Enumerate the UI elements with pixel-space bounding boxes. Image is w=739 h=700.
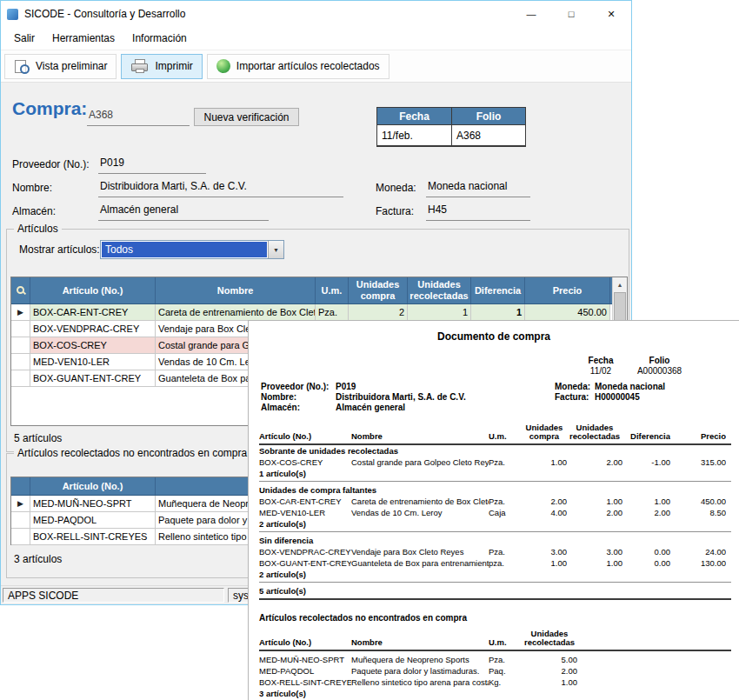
proveedor-input[interactable]: P019 (98, 156, 206, 174)
rh-um: U.m. (489, 432, 522, 441)
dropdown-selected-value[interactable]: Todos (102, 242, 267, 257)
scroll-up-button[interactable]: ▲ (613, 277, 627, 292)
rr-nombre: Costal grande para Golpeo Cleto Reyes (351, 457, 489, 468)
rr-compra: 1.00 (522, 457, 567, 468)
row-selector[interactable] (11, 370, 30, 387)
dropdown-button[interactable]: ▼ (268, 241, 283, 258)
statusbar-app-panel: APPS SICODE (3, 588, 224, 603)
rr-articulo: MED-VEN10-LER (259, 507, 351, 518)
proveedor-label: Proveedor (No.): (12, 158, 90, 170)
articulos-legend: Artículos (14, 223, 62, 235)
factura-input[interactable]: H45 (426, 203, 530, 221)
mostrar-articulos-dropdown[interactable]: Todos ▼ (100, 240, 284, 259)
almacen-input[interactable]: Almacén general (98, 203, 269, 221)
header-precio[interactable]: Precio (525, 277, 610, 303)
row-selector[interactable] (11, 354, 30, 370)
rr-nombre: Paquete para dolor y lastimaduras. (351, 665, 489, 677)
header-um[interactable]: U.m. (316, 277, 349, 303)
report-section-title: Unidades de compra faltantes (259, 484, 731, 496)
cell-um[interactable]: Pza. (316, 304, 349, 321)
vista-preliminar-button[interactable]: Vista preliminar (4, 54, 117, 79)
titlebar[interactable]: SICODE - Consultoría y Desarrollo — □ ✕ (1, 1, 631, 27)
row-selector[interactable]: ▶ (11, 496, 30, 512)
header-nombre[interactable]: Nombre (156, 277, 316, 303)
cell-articulo[interactable]: BOX-GUANT-ENT-CREY (30, 370, 156, 387)
row-selector[interactable] (11, 529, 30, 545)
rr-um: Paq. (489, 665, 522, 677)
report-almacen-value: Almacén general (336, 403, 405, 413)
cell-nombre[interactable]: Careta de entrenamiento de Box Cleto (156, 304, 316, 321)
cell-articulo[interactable]: MED-VEN10-LER (30, 354, 156, 370)
cell-articulo[interactable]: MED-PAQDOL (30, 512, 156, 529)
rr-articulo: BOX-VENDPRAC-CREY (259, 546, 351, 557)
cell-articulo[interactable]: BOX-RELL-SINT-CREYES (30, 529, 156, 545)
rh-unidades-recolectadas: Unidades recolectadas (567, 423, 622, 441)
report-factura-value: H00000045 (595, 392, 640, 403)
rr-nombre: Guanteleta de Box para entrenamiento, p (351, 557, 489, 569)
report-row: BOX-VENDPRAC-CREY Vendaje para Box Cleto… (259, 546, 731, 557)
row-selector[interactable] (11, 337, 30, 354)
nombre-label: Nombre: (12, 182, 52, 194)
header-articulo[interactable]: Artículo (No.) (30, 477, 156, 495)
rr-diferencia: 0.00 (622, 546, 670, 557)
cell-articulo[interactable]: BOX-COS-CREY (30, 337, 156, 354)
report-title: Documento de compra (249, 330, 739, 343)
importar-articulos-button[interactable]: Importar artículos recolectados (207, 54, 389, 79)
row-selector[interactable] (11, 321, 30, 337)
rr-diferencia: 0.00 (622, 557, 670, 569)
report-second-count: 3 artículo(s) (259, 688, 731, 699)
rr-articulo: MED-PAQDOL (259, 665, 351, 677)
row-pointer-icon: ▶ (17, 308, 23, 317)
imprimir-button[interactable]: Imprimir (121, 54, 202, 79)
header-diferencia[interactable]: Diferencia (471, 277, 525, 303)
rr-um: Pza. (489, 496, 522, 507)
close-button[interactable]: ✕ (591, 1, 631, 27)
table-row[interactable]: ▶ BOX-CAR-ENT-CREY Careta de entrenamien… (11, 304, 627, 321)
cell-precio[interactable]: 450.00 (525, 304, 610, 321)
nueva-verificacion-button[interactable]: Nueva verificación (194, 108, 299, 126)
report-almacen-label: Almacén: (261, 403, 336, 413)
rh2-articulo: Artículo (No.) (259, 638, 351, 647)
rh-precio: Precio (670, 432, 726, 441)
report-row: MED-MUÑ-NEO-SPRT Muñequera de Neopreno S… (259, 654, 731, 665)
nombre-input[interactable]: Distribuidora Marti, S.A. de C.V. (98, 179, 343, 197)
rr-compra: 4.00 (522, 507, 567, 518)
report-info-right: Moneda:Moneda nacional Factura:H00000045 (555, 382, 665, 403)
cell-recolectadas[interactable]: 1 (408, 304, 471, 321)
menu-item-herramientas[interactable]: Herramientas (43, 29, 123, 48)
divider (259, 481, 731, 482)
menubar: Salir Herramientas Información (1, 27, 631, 50)
row-selector[interactable] (11, 512, 30, 529)
moneda-label: Moneda: (376, 182, 416, 194)
maximize-button[interactable]: □ (551, 1, 591, 27)
report-fecha-label: Fecha (579, 356, 622, 366)
cell-diferencia[interactable]: 1 (471, 304, 525, 321)
cell-articulo[interactable]: BOX-VENDPRAC-CREY (30, 321, 156, 337)
compra-label: Compra: (12, 98, 87, 119)
grid2-selector-header (11, 477, 30, 495)
menu-item-informacion[interactable]: Información (123, 29, 196, 48)
header-articulo[interactable]: Artículo (No.) (30, 277, 156, 303)
moneda-input[interactable]: Moneda nacional (426, 179, 530, 197)
cell-articulo[interactable]: BOX-CAR-ENT-CREY (30, 304, 156, 321)
compra-input[interactable]: A368 (87, 108, 190, 126)
report-row: BOX-GUANT-ENT-CREY Guanteleta de Box par… (259, 557, 731, 569)
no-encontrados-count: 3 artículos (14, 553, 62, 565)
report-folio-block: Folio A00000368 (627, 356, 692, 377)
folio-value: A368 (451, 124, 525, 145)
menu-item-salir[interactable]: Salir (5, 29, 43, 48)
report-info-left: Proveedor (No.):P019 Nombre:Distribuidor… (261, 382, 466, 413)
grid-find-cell[interactable] (11, 277, 30, 303)
cell-articulo[interactable]: MED-MUÑ-NEO-SPRT (30, 496, 156, 512)
articulos-grid-header: Artículo (No.) Nombre U.m. Unidades comp… (11, 277, 627, 304)
header-unidades-recolectadas[interactable]: Unidades recolectadas (408, 277, 471, 303)
rr-diferencia: 1.00 (622, 496, 670, 507)
header-unidades-compra[interactable]: Unidades compra (349, 277, 408, 303)
cell-compra[interactable]: 2 (349, 304, 408, 321)
rr-um: Kg. (489, 677, 522, 688)
report-moneda-label: Moneda: (555, 382, 595, 392)
row-selector[interactable]: ▶ (11, 304, 30, 321)
report-row: BOX-CAR-ENT-CREY Careta de entrenamiento… (259, 496, 731, 507)
report-body: Artículo (No.) Nombre U.m. Unidades comp… (259, 418, 731, 700)
minimize-button[interactable]: — (511, 1, 551, 27)
